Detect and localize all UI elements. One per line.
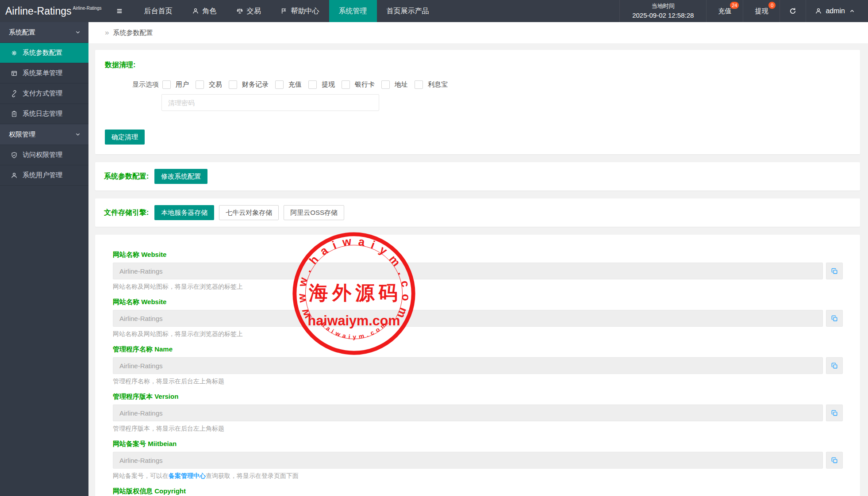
sidebar-item-label: 访问权限管理 (23, 151, 62, 159)
withdraw-nav-item[interactable]: 提现 0 (743, 0, 780, 22)
checkbox-option[interactable]: 提现 (308, 80, 335, 89)
checkbox-option[interactable]: 交易 (196, 80, 222, 89)
form-field: 网站名称 Website网站名称及网站图标，将显示在浏览器的标签上 (113, 298, 843, 338)
nav-item-1[interactable]: 角色 (182, 0, 227, 22)
sidebar-item-label: 系统用户管理 (23, 171, 62, 179)
data-clean-title: 数据清理: (105, 61, 850, 70)
local-time-label: 当地时间 (652, 2, 675, 11)
sidebar: 系统配置系统参数配置系统菜单管理支付方式管理系统日志管理权限管理访问权限管理系统… (0, 22, 88, 496)
refresh-icon (789, 7, 797, 15)
checkbox-label: 交易 (209, 80, 222, 89)
nav-menu: 后台首页角色交易帮助中心系统管理首页展示产品 (134, 0, 439, 22)
sidebar-group-header[interactable]: 权限管理 (0, 124, 88, 145)
sidebar-item[interactable]: 系统参数配置 (0, 43, 88, 63)
checkbox-option[interactable]: 地址 (381, 80, 408, 89)
admin-page: Airline-Ratings Airline-Ratings 后台首页角色交易… (0, 0, 868, 496)
confirm-clean-button[interactable]: 确定清理 (105, 130, 145, 145)
refresh-button[interactable] (780, 0, 806, 22)
copy-icon (831, 267, 838, 275)
checkbox[interactable] (162, 80, 171, 89)
clipboard-icon (11, 111, 18, 118)
form-field: 管理程序版本 Version管理程序版本，将显示在后台左上角标题 (113, 393, 843, 433)
breadcrumb: » 系统参数配置 (88, 22, 868, 43)
top-navbar: Airline-Ratings Airline-Ratings 后台首页角色交易… (0, 0, 868, 22)
sidebar-toggle-button[interactable] (108, 0, 131, 22)
sidebar-item[interactable]: 系统日志管理 (0, 104, 88, 124)
field-input-row (113, 310, 843, 327)
copy-button[interactable] (826, 452, 843, 469)
checkbox-option[interactable]: 财务记录 (229, 80, 269, 89)
checkbox[interactable] (308, 80, 317, 89)
checkbox-label: 提现 (322, 80, 335, 89)
chevron-down-icon (74, 131, 81, 138)
sidebar-group-header[interactable]: 系统配置 (0, 22, 88, 43)
copy-button[interactable] (826, 404, 843, 421)
field-input[interactable] (113, 310, 823, 327)
checkbox[interactable] (229, 80, 237, 89)
sidebar-item[interactable]: 系统菜单管理 (0, 63, 88, 84)
copy-icon (831, 362, 838, 370)
sidebar-item[interactable]: 访问权限管理 (0, 145, 88, 165)
menu-toggle-icon (116, 8, 123, 15)
field-label: 管理程序名称 Name (113, 345, 843, 354)
gear-icon (11, 50, 18, 57)
checkbox-option[interactable]: 利息宝 (415, 80, 448, 89)
breadcrumb-separator: » (105, 28, 109, 37)
nav-item-2[interactable]: 交易 (227, 0, 271, 22)
storage-option-button[interactable]: 本地服务器存储 (154, 205, 214, 220)
recharge-nav-item[interactable]: 充值 24 (706, 0, 743, 22)
field-input[interactable] (113, 263, 823, 279)
user-menu[interactable]: admin (806, 0, 868, 22)
field-help: 网站名称及网站图标，将显示在浏览器的标签上 (113, 330, 843, 338)
nav-item-label: 角色 (203, 7, 217, 16)
nav-item-4[interactable]: 系统管理 (329, 0, 377, 22)
checkbox-label: 充值 (288, 80, 302, 89)
chevron-down-icon (74, 29, 81, 36)
field-help: 管理程序名称，将显示在后台左上角标题 (113, 378, 843, 385)
form-field: 网站备案号 Miitbeian网站备案号，可以在备案管理中心查询获取，将显示在登… (113, 440, 843, 480)
caret-up-icon (849, 8, 856, 15)
checkbox-option[interactable]: 充值 (275, 80, 302, 89)
nav-item-0[interactable]: 后台首页 (134, 0, 182, 22)
system-form-card: 网站名称 Website网站名称及网站图标，将显示在浏览器的标签上网站名称 We… (95, 235, 860, 496)
checkbox-option[interactable]: 用户 (162, 80, 189, 89)
checkbox-option[interactable]: 银行卡 (342, 80, 375, 89)
checkbox[interactable] (415, 80, 423, 89)
nav-item-3[interactable]: 帮助中心 (271, 0, 329, 22)
storage-option-button[interactable]: 阿里云OSS存储 (284, 205, 344, 220)
field-input[interactable] (113, 357, 823, 374)
storage-option-button[interactable]: 七牛云对象存储 (219, 205, 279, 220)
copy-button[interactable] (826, 263, 843, 279)
copy-icon (831, 457, 838, 464)
copy-icon (831, 315, 838, 322)
clean-password-input[interactable] (161, 94, 379, 111)
sidebar-group-label: 系统配置 (9, 28, 35, 37)
sidebar-item[interactable]: 系统用户管理 (0, 165, 88, 186)
body-row: 系统配置系统参数配置系统菜单管理支付方式管理系统日志管理权限管理访问权限管理系统… (0, 22, 868, 496)
checkbox-label: 利息宝 (428, 80, 448, 89)
nav-item-5[interactable]: 首页展示产品 (377, 0, 439, 22)
nav-item-label: 系统管理 (339, 7, 367, 16)
checkbox[interactable] (381, 80, 390, 89)
field-input-row (113, 452, 843, 469)
field-help: 网站名称及网站图标，将显示在浏览器的标签上 (113, 283, 843, 291)
checkbox[interactable] (275, 80, 284, 89)
field-input[interactable] (113, 404, 823, 421)
withdraw-badge: 0 (768, 2, 776, 9)
local-time: 当地时间 2025-09-02 12:58:28 (619, 0, 706, 22)
checkbox-label: 银行卡 (355, 80, 375, 89)
modify-config-button[interactable]: 修改系统配置 (154, 169, 207, 184)
param-config-card: 系统参数配置: 修改系统配置 (95, 162, 860, 191)
main-area: » 系统参数配置 数据清理: 显示选项 用户交易财务记录充值提现银行卡地址利息宝… (88, 22, 868, 496)
checkbox[interactable] (342, 80, 350, 89)
beian-center-link[interactable]: 备案管理中心 (169, 472, 206, 479)
data-clean-card: 数据清理: 显示选项 用户交易财务记录充值提现银行卡地址利息宝 确定清理 (95, 50, 860, 154)
checkbox[interactable] (196, 80, 204, 89)
sidebar-item[interactable]: 支付方式管理 (0, 84, 88, 104)
storage-options: 本地服务器存储七牛云对象存储阿里云OSS存储 (154, 205, 344, 220)
field-label: 网站备案号 Miitbeian (113, 440, 843, 448)
field-input[interactable] (113, 452, 823, 469)
copy-button[interactable] (826, 357, 843, 374)
copy-button[interactable] (826, 310, 843, 327)
clean-options: 用户交易财务记录充值提现银行卡地址利息宝 (162, 80, 448, 89)
